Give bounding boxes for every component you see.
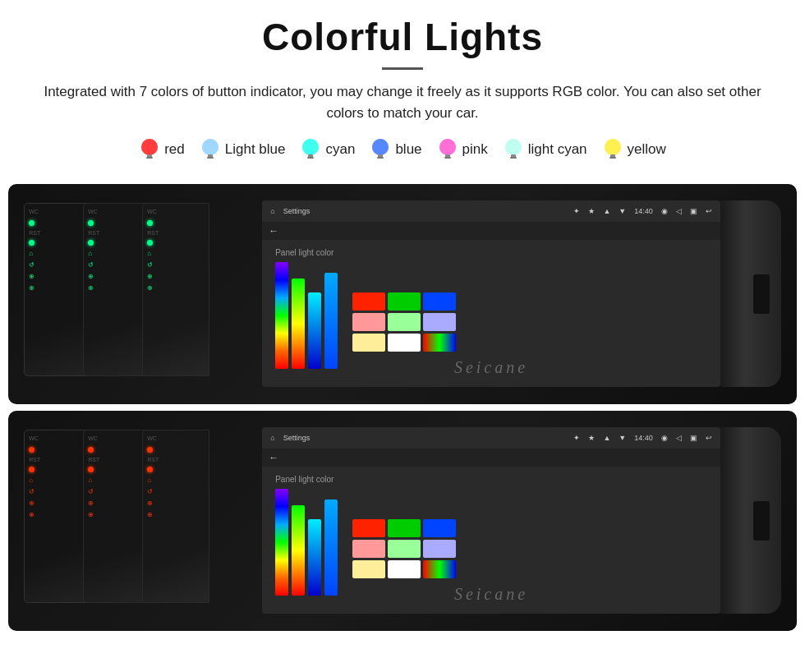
color-chips-row: red Light blue <box>25 136 780 163</box>
topbar-title-b: Settings <box>283 434 566 442</box>
page-title: Colorful Lights <box>25 15 780 59</box>
swatch-b-8 <box>388 560 421 578</box>
swatch-b-1 <box>352 519 385 537</box>
car-unit-top: WC RST ⌂ ↺ ⊕ ⊕ WC RST <box>8 184 797 404</box>
wifi-icon: ▲ <box>603 207 610 215</box>
svg-rect-7 <box>207 157 214 159</box>
swatch-b-3 <box>423 519 456 537</box>
chip-label-yellow: yellow <box>628 141 666 158</box>
rec-icon-b: ▣ <box>690 434 697 442</box>
svg-rect-23 <box>510 157 517 159</box>
panels-left-top: WC RST ⌂ ↺ ⊕ ⊕ WC RST <box>24 200 262 388</box>
unit-inner-top: WC RST ⌂ ↺ ⊕ ⊕ WC RST <box>24 195 781 393</box>
right-groove-bottom <box>753 501 770 541</box>
swatch-3 <box>423 292 456 311</box>
wifi-icon-b: ▲ <box>603 434 610 442</box>
cam-icon: ◉ <box>661 207 668 215</box>
page-wrapper: Colorful Lights Integrated with 7 colors… <box>0 0 805 639</box>
panel-2-top: WC RST ⌂ ↺ ⊕ ⊕ <box>83 203 150 376</box>
unit-inner-bottom: WC RST ⌂ ↺ ⊕ ⊕ WC RST ⌂ <box>24 421 781 619</box>
bt-icon: ★ <box>588 207 595 215</box>
chip-pink: pink <box>437 136 488 163</box>
bulb-blue-icon <box>370 136 391 163</box>
bar-rainbow-b <box>275 489 288 596</box>
swatches-bottom <box>352 491 456 605</box>
swatch-b-7 <box>352 560 385 578</box>
vol-icon-b: ◁ <box>676 434 682 442</box>
svg-rect-15 <box>377 157 384 159</box>
chip-cyan: cyan <box>300 136 355 163</box>
chip-label-red: red <box>164 141 185 158</box>
svg-rect-3 <box>146 157 153 159</box>
svg-point-9 <box>302 139 319 155</box>
right-end-top <box>720 200 781 387</box>
bulb-yellow-icon <box>602 136 623 163</box>
swatch-b-6 <box>423 540 456 558</box>
topbar-bottom: ⌂ Settings ✦ ★ ▲ ▼ 14:40 ◉ ◁ ▣ ↩ <box>262 427 720 449</box>
arrow-icon: ✦ <box>573 207 580 215</box>
vol-icon: ◁ <box>676 207 682 215</box>
bulb-cyan-icon <box>300 136 321 163</box>
chip-label-lightcyan: light cyan <box>528 141 587 158</box>
arrow-icon-b: ✦ <box>573 434 580 442</box>
left-content-bottom: Panel light color <box>275 475 338 605</box>
bar-blue-b <box>324 499 338 596</box>
chip-blue: blue <box>370 136 421 163</box>
home-icon: ⌂ <box>270 207 274 215</box>
back-row-top[interactable]: ← <box>262 222 720 240</box>
swatch-1 <box>352 292 385 311</box>
topbar-top: ⌂ Settings ✦ ★ ▲ ▼ 14:40 ◉ ◁ ▣ ↩ <box>262 200 720 222</box>
chip-yellow: yellow <box>602 136 666 163</box>
rec-icon: ▣ <box>690 207 697 215</box>
swatch-b-2 <box>388 519 421 537</box>
units-section: WC RST ⌂ ↺ ⊕ ⊕ WC RST <box>0 184 805 639</box>
svg-point-5 <box>202 139 218 155</box>
chip-red: red <box>139 136 185 163</box>
panel-3-top: WC RST ⌂ ↺ ⊕ ⊕ <box>142 203 209 376</box>
right-groove-top <box>753 274 770 314</box>
chip-label-lightblue: Light blue <box>225 141 286 158</box>
bar-blue <box>324 273 338 369</box>
swatch-rainbow <box>423 334 456 352</box>
svg-point-1 <box>141 139 158 155</box>
swatches-top <box>352 265 456 379</box>
svg-point-17 <box>439 139 456 155</box>
back-row-bottom[interactable]: ← <box>262 449 720 467</box>
header: Colorful Lights Integrated with 7 colors… <box>0 0 805 184</box>
swatch-8 <box>388 334 421 352</box>
title-divider <box>382 67 423 70</box>
home-icon-b: ⌂ <box>270 434 274 442</box>
swatch-2 <box>388 292 421 311</box>
signal-icon-b: ▼ <box>619 434 626 442</box>
left-content-top: Panel light color <box>275 248 338 379</box>
cam-icon-b: ◉ <box>661 434 668 442</box>
bar-warm-b <box>292 505 305 596</box>
svg-rect-11 <box>307 157 314 159</box>
topbar-title: Settings <box>283 207 566 215</box>
svg-point-21 <box>505 139 522 155</box>
chip-label-pink: pink <box>462 141 488 158</box>
back-icon: ↩ <box>706 207 712 215</box>
watermark-bottom: Seicane <box>454 585 528 604</box>
bulb-lightblue-icon <box>200 136 221 163</box>
swatch-b-rainbow <box>423 560 456 578</box>
svg-rect-27 <box>610 157 616 159</box>
right-end-bottom <box>720 427 781 614</box>
swatch-b-5 <box>388 540 421 558</box>
back-icon-b: ↩ <box>706 434 712 442</box>
bulb-red-icon <box>139 136 160 163</box>
chip-lightcyan: light cyan <box>503 136 587 163</box>
panel-1-top: WC RST ⌂ ↺ ⊕ ⊕ <box>24 203 91 376</box>
svg-point-25 <box>605 139 621 155</box>
bt-icon-b: ★ <box>588 434 595 442</box>
bulb-lightcyan-icon <box>503 136 524 163</box>
swatch-5 <box>388 313 421 331</box>
time-display: 14:40 <box>634 207 653 215</box>
screen-bottom: ⌂ Settings ✦ ★ ▲ ▼ 14:40 ◉ ◁ ▣ ↩ ← <box>262 427 720 614</box>
swatch-6 <box>423 313 456 331</box>
screen-top: ⌂ Settings ✦ ★ ▲ ▼ 14:40 ◉ ◁ ▣ ↩ ← <box>262 200 720 387</box>
time-display-b: 14:40 <box>634 434 653 442</box>
panel-2-bottom: WC RST ⌂ ↺ ⊕ ⊕ <box>83 430 150 603</box>
color-bars-top <box>275 262 338 369</box>
bar-warm <box>292 278 305 370</box>
